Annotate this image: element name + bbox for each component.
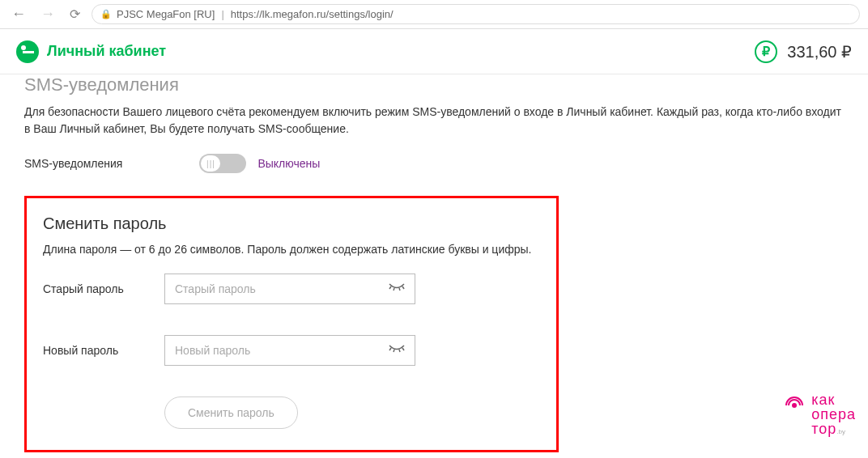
balance-amount: 331,60 ₽ <box>787 42 852 61</box>
old-password-row: Старый пароль <box>43 274 540 304</box>
change-password-desc: Длина пароля — от 6 до 26 символов. Паро… <box>43 243 540 256</box>
url-separator: | <box>221 8 223 20</box>
sms-toggle-state: Выключены <box>257 157 320 170</box>
toggle-knob: ||| <box>201 155 220 172</box>
old-password-label: Старый пароль <box>43 282 164 295</box>
ruble-icon: ₽ <box>755 40 777 63</box>
sms-toggle-label: SMS-уведомления <box>24 157 122 170</box>
svg-line-7 <box>402 348 404 350</box>
back-button[interactable]: ← <box>8 4 29 24</box>
svg-line-5 <box>394 350 394 352</box>
balance[interactable]: ₽ 331,60 ₽ <box>755 40 852 63</box>
svg-line-6 <box>399 350 400 352</box>
watermark-logo: как опера тор.by <box>784 392 856 436</box>
new-password-label: Новый пароль <box>43 344 164 357</box>
brand-title: Личный кабинет <box>47 43 166 60</box>
svg-line-2 <box>399 288 400 290</box>
svg-line-1 <box>394 288 394 290</box>
svg-line-3 <box>402 286 404 289</box>
browser-toolbar: ← → ⟳ 🔒 PJSC MegaFon [RU] | https://lk.m… <box>0 0 868 29</box>
page-header: Личный кабинет ₽ 331,60 ₽ <box>0 29 868 74</box>
show-password-icon[interactable] <box>388 282 406 296</box>
change-password-title: Сменить пароль <box>43 214 540 233</box>
reload-button[interactable]: ⟳ <box>66 5 83 23</box>
sms-section-desc: Для безопасности Вашего лицевого счёта р… <box>24 104 844 138</box>
svg-point-8 <box>792 403 797 408</box>
sms-section-title: SMS-уведомления <box>24 74 844 95</box>
old-password-input[interactable] <box>164 274 415 304</box>
watermark-icon <box>784 392 805 416</box>
show-password-icon[interactable] <box>388 343 406 358</box>
watermark-text: как опера тор.by <box>811 392 856 436</box>
change-password-section: Сменить пароль Длина пароля — от 6 до 26… <box>24 196 559 452</box>
svg-line-4 <box>389 348 391 350</box>
url-text: https://lk.megafon.ru/settings/login/ <box>231 8 394 20</box>
change-password-button[interactable]: Сменить пароль <box>164 397 298 429</box>
new-password-row: Новый пароль <box>43 335 540 366</box>
sms-toggle-switch[interactable]: ||| <box>199 154 246 173</box>
lock-icon: 🔒 <box>100 9 112 19</box>
new-password-input[interactable] <box>164 335 415 366</box>
sms-toggle-row: SMS-уведомления ||| Выключены <box>24 154 844 173</box>
logo[interactable]: Личный кабинет <box>16 40 166 63</box>
forward-button[interactable]: → <box>37 4 58 24</box>
page-content: SMS-уведомления Для безопасности Вашего … <box>0 74 868 458</box>
megafon-logo-icon <box>16 40 39 63</box>
svg-line-0 <box>389 286 391 289</box>
site-identity: PJSC MegaFon [RU] <box>117 8 215 20</box>
address-bar[interactable]: 🔒 PJSC MegaFon [RU] | https://lk.megafon… <box>91 4 860 24</box>
